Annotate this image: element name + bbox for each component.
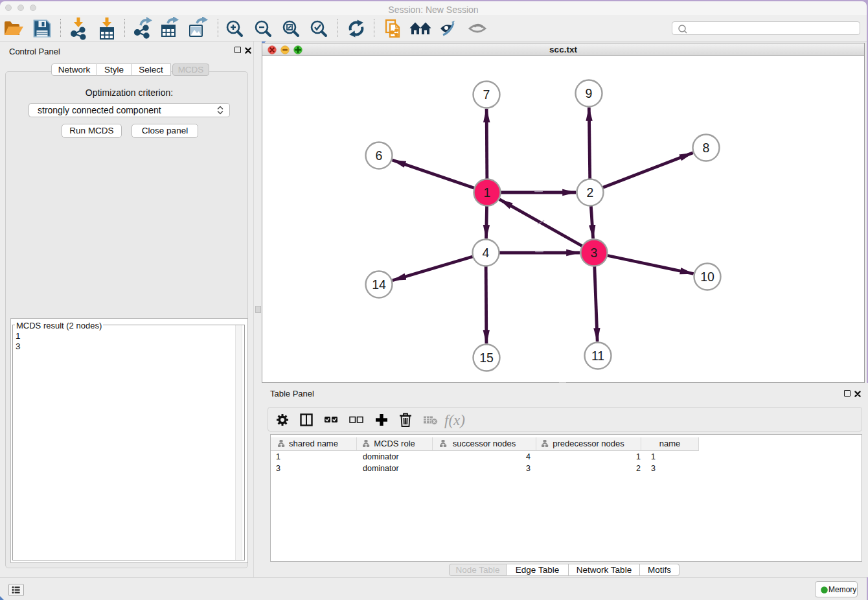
svg-text:11: 11 xyxy=(591,349,604,363)
svg-text:3: 3 xyxy=(591,246,598,260)
svg-text:f(x): f(x) xyxy=(444,412,465,428)
svg-text:1: 1 xyxy=(484,185,491,200)
svg-text:2: 2 xyxy=(587,185,594,200)
svg-text:7: 7 xyxy=(483,87,490,102)
svg-text:4: 4 xyxy=(483,246,490,260)
svg-text:9: 9 xyxy=(586,86,593,100)
svg-text:10: 10 xyxy=(700,270,714,284)
svg-text:15: 15 xyxy=(479,351,494,365)
svg-text:8: 8 xyxy=(703,141,710,155)
svg-text:14: 14 xyxy=(372,277,386,292)
svg-text:6: 6 xyxy=(376,148,383,163)
